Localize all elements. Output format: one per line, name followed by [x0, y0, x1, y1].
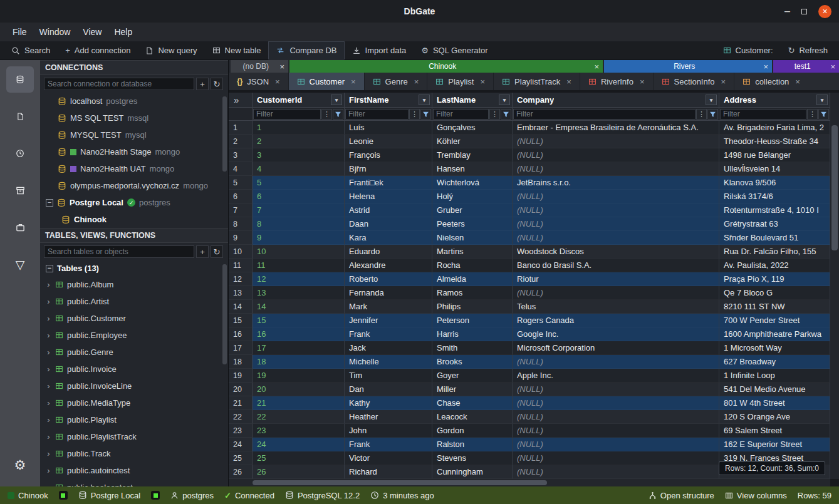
grid-cell[interactable]: John [345, 424, 432, 438]
row-number[interactable]: 10 [229, 245, 253, 259]
grid-cell[interactable]: 17 [253, 341, 345, 355]
table-item-public-playlist[interactable]: ›public.Playlist [40, 411, 228, 428]
column-menu-button[interactable]: ▾ [331, 95, 342, 105]
sidebar-tool-clock[interactable] [6, 140, 34, 167]
grid-cell[interactable]: Dan [345, 383, 432, 396]
grid-cell[interactable]: Brooks [432, 355, 513, 369]
grid-cell[interactable]: (NULL) [513, 396, 719, 410]
maximize-button[interactable] [801, 7, 807, 16]
table-item-public-playlisttrack[interactable]: ›public.PlaylistTrack [40, 428, 228, 445]
table-item-public-genre[interactable]: ›public.Genre [40, 344, 228, 361]
grid-cell[interactable]: (NULL) [513, 383, 719, 396]
row-number[interactable]: 24 [229, 438, 253, 451]
grid-cell[interactable]: Köhler [432, 135, 513, 148]
grid-cell[interactable]: (NULL) [513, 217, 719, 231]
grid-cell[interactable]: Stevens [432, 451, 513, 465]
grid-cell[interactable]: Peeters [432, 217, 513, 231]
row-number[interactable]: 13 [229, 286, 253, 300]
table-item-public-invoice[interactable]: ›public.Invoice [40, 361, 228, 378]
sidebar-tool-archive[interactable] [6, 177, 34, 203]
horizontal-scrollbar-thumb[interactable] [253, 480, 547, 485]
filter-input-company[interactable] [513, 109, 696, 120]
table-item-public-track[interactable]: ›public.Track [40, 445, 228, 462]
connection-item-postgre-local[interactable]: −Postgre Local✓postgres [40, 194, 228, 211]
grid-cell[interactable]: François [345, 148, 432, 162]
column-menu-button[interactable]: ▾ [816, 95, 828, 105]
chevron-right-icon[interactable]: › [46, 449, 51, 458]
grid-cell[interactable]: (NULL) [513, 465, 719, 479]
connection-item-mysql-test[interactable]: MYSQL TESTmysql [40, 126, 228, 143]
close-icon[interactable]: × [351, 77, 356, 86]
table-item-public-employee[interactable]: ›public.Employee [40, 327, 228, 344]
grid-cell[interactable]: Victor [345, 451, 432, 465]
chevron-right-icon[interactable]: › [46, 314, 51, 323]
grid-cell[interactable]: 1 Microsoft Way [719, 341, 830, 355]
filter-input-address[interactable] [720, 109, 806, 120]
connection-item-localhost[interactable]: localhostpostgres [40, 93, 228, 110]
grid-cell[interactable]: 162 E Superior Street [719, 438, 830, 451]
sidebar-tool-gear[interactable]: ⚙ [6, 451, 34, 478]
compare-db-button[interactable]: Compare DB [268, 41, 344, 59]
chevron-right-icon[interactable]: › [46, 331, 51, 340]
add-table-mini-button[interactable]: + [196, 245, 209, 258]
add-connection-mini-button[interactable]: + [196, 78, 209, 90]
close-icon[interactable]: × [279, 62, 284, 71]
row-number[interactable]: 20 [229, 383, 253, 396]
grid-cell[interactable]: 25 [253, 451, 345, 465]
grid-cell[interactable]: Sřnder Boulevard 51 [719, 231, 830, 245]
grid-cell[interactable]: Hansen [432, 162, 513, 176]
grid-cell[interactable]: Gruber [432, 203, 513, 217]
grid-cell[interactable]: Cunningham [432, 465, 513, 479]
grid-cell[interactable]: (NULL) [513, 286, 719, 300]
grid-cell[interactable]: Gordon [432, 424, 513, 438]
chevron-right-icon[interactable]: › [46, 347, 51, 357]
table-item-public-invoiceline[interactable]: ›public.InvoiceLine [40, 378, 228, 394]
filter-input-firstname[interactable] [345, 109, 409, 120]
filter-funnel-button[interactable] [333, 109, 343, 120]
grid-cell[interactable]: Franti□ek [345, 176, 432, 190]
filter-menu-button[interactable]: ⋮ [321, 109, 332, 120]
grid-cell[interactable]: (NULL) [513, 424, 719, 438]
refresh-tables-button[interactable]: ↻ [211, 245, 223, 258]
close-icon[interactable]: × [830, 62, 835, 71]
menu-item-window[interactable]: Window [33, 24, 77, 39]
grid-cell[interactable]: Leacock [432, 410, 513, 424]
sidebar-tool-database[interactable] [6, 66, 34, 93]
grid-cell[interactable]: 6 [253, 190, 345, 203]
grid-cell[interactable]: (NULL) [513, 231, 719, 245]
grid-cell[interactable]: JetBrains s.r.o. [513, 176, 719, 190]
grid-cell[interactable]: Rua Dr. Falcão Filho, 155 [719, 245, 830, 259]
grid-cell[interactable]: Ralston [432, 438, 513, 451]
filter-menu-button[interactable]: ⋮ [409, 109, 420, 120]
filter-input-lastname[interactable] [433, 109, 489, 120]
chevron-right-icon[interactable]: › [46, 381, 51, 391]
grid-cell[interactable]: Nielsen [432, 231, 513, 245]
grid-cell[interactable]: Rogers Canada [513, 314, 719, 327]
grid-cell[interactable]: Almeida [432, 272, 513, 286]
grid-cell[interactable]: Tremblay [432, 148, 513, 162]
grid-cell[interactable]: Av. Brigadeiro Faria Lima, 2 [719, 121, 830, 135]
db-tab-test1[interactable]: test1× [773, 60, 839, 73]
vertical-scrollbar-thumb[interactable] [831, 125, 838, 250]
column-header-firstname[interactable]: FirstName▾ [345, 93, 432, 107]
grid-cell[interactable]: 24 [253, 438, 345, 451]
filter-menu-button[interactable]: ⋮ [696, 109, 707, 120]
grid-cell[interactable]: 11 [253, 259, 345, 272]
grid-cell[interactable]: 15 [253, 314, 345, 327]
filter-input-customerid[interactable] [253, 109, 321, 120]
grid-cell[interactable]: 8210 111 ST NW [719, 300, 830, 314]
column-header-company[interactable]: Company▾ [513, 93, 719, 107]
grid-cell[interactable]: Philips [432, 300, 513, 314]
grid-cell[interactable]: 10 [253, 245, 345, 259]
grid-cell[interactable]: 1600 Amphitheatre Parkwa [719, 327, 830, 341]
grid-cell[interactable]: Ramos [432, 286, 513, 300]
new-table-button[interactable]: New table [205, 41, 269, 59]
grid-cell[interactable]: Frank [345, 327, 432, 341]
grid-cell[interactable]: Rotenturmstraße 4, 1010 I [719, 203, 830, 217]
grid-cell[interactable]: Rocha [432, 259, 513, 272]
row-number[interactable]: 9 [229, 231, 253, 245]
row-number[interactable]: 17 [229, 341, 253, 355]
tab-playlisttrack[interactable]: PlaylistTrack× [494, 73, 580, 90]
sidebar-tool-briefcase[interactable] [6, 214, 34, 240]
table-item-public-booleantest[interactable]: ›public.booleantest [40, 479, 228, 486]
